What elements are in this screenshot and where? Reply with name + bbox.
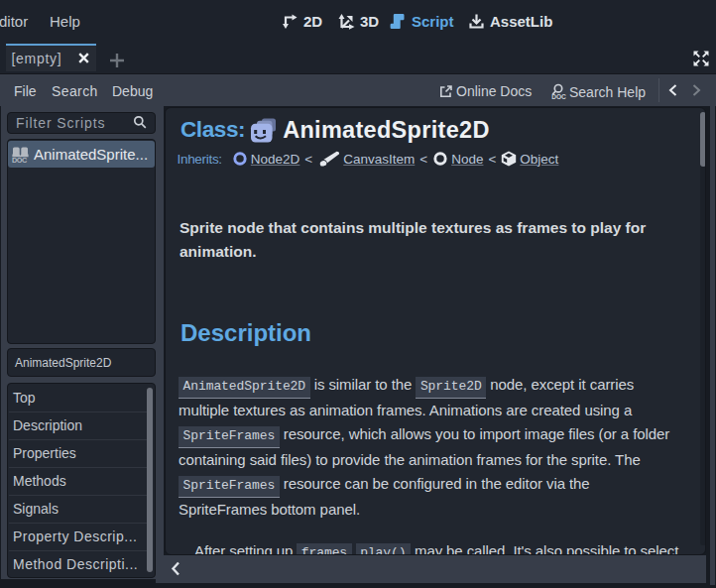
svg-text:DOC: DOC bbox=[551, 93, 566, 100]
svg-text:DOC: DOC bbox=[12, 156, 28, 164]
